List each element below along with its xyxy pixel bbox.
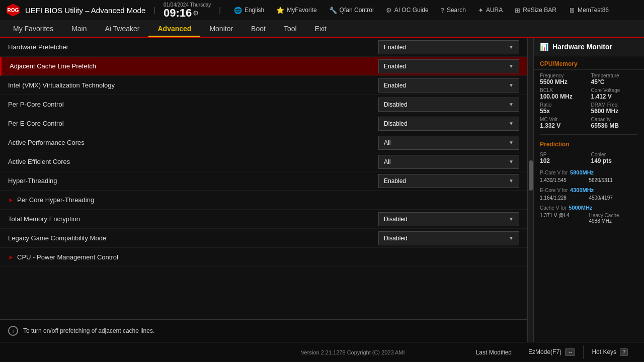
pred-ecore-lh-value: 4500/4197 (589, 195, 638, 201)
nav-search[interactable]: ? Search (436, 5, 471, 16)
pred-ecore-sub-row: 1.164/1.228 4500/4197 (534, 195, 644, 202)
pred-sp-label: SP (540, 152, 587, 157)
tab-main[interactable]: Main (62, 22, 96, 36)
tab-ai-tweaker[interactable]: Ai Tweaker (96, 22, 148, 36)
footer-hotkeys[interactable]: Hot Keys ? (583, 345, 636, 359)
pred-heavy-cache-value: 4988 MHz (589, 218, 638, 224)
scrollbar-thumb[interactable] (529, 160, 533, 191)
dropdown-adjacent-cache[interactable]: Enabled ▼ (378, 59, 519, 73)
nav-aura[interactable]: ✦ AURA (473, 5, 508, 16)
setting-control-hardware-prefetcher: Enabled ▼ (378, 40, 519, 54)
hotkeys-key-badge: ? (620, 348, 628, 356)
nav-myfavorite[interactable]: ⭐ MyFavorite (271, 5, 321, 16)
dropdown-legacy-game[interactable]: Disabled ▼ (378, 231, 519, 245)
header: ROG UEFI BIOS Utility – Advanced Mode | … (0, 0, 644, 38)
nav-resizebar[interactable]: ⊞ ReSize BAR (510, 5, 561, 16)
tab-exit[interactable]: Exit (306, 22, 336, 36)
dropdown-active-perf-cores[interactable]: All ▼ (378, 136, 519, 150)
chevron-down-icon: ▼ (509, 102, 514, 107)
setting-name-cpu-power-mgmt: ➤ CPU - Power Management Control (8, 253, 519, 261)
tab-boot[interactable]: Boot (242, 22, 275, 36)
setting-name-active-perf-cores: Active Performance Cores (8, 139, 378, 146)
hw-corevolt-label: Core Voltage (591, 87, 638, 93)
setting-control-per-p-core: Disabled ▼ (378, 98, 519, 112)
setting-control-active-eff-cores: All ▼ (378, 155, 519, 169)
pred-ecore-row: E-Core V for 4300MHz (534, 184, 644, 195)
pred-cooler-value: 149 pts (591, 157, 638, 164)
setting-row-adjacent-cache[interactable]: Adjacent Cache Line Prefetch Enabled ▼ (0, 57, 527, 76)
hw-capacity-label: Capacity (591, 117, 638, 122)
nav-english[interactable]: 🌐 English (229, 5, 269, 16)
chevron-down-icon: ▼ (509, 44, 514, 50)
setting-row-hyper-threading[interactable]: Hyper-Threading Enabled ▼ (0, 171, 527, 191)
pred-cooler-label: Cooler (591, 152, 638, 157)
hw-monitor-header: 📊 Hardware Monitor (534, 38, 644, 56)
hw-corevolt-value: 1.412 V (591, 93, 638, 100)
dropdown-hyper-threading[interactable]: Enabled ▼ (378, 174, 519, 188)
pred-heavy-cache-label: Heavy Cache (589, 213, 638, 218)
footer-version: Version 2.21.1278 Copyright (C) 2023 AMI (238, 349, 468, 355)
header-nav-items: 🌐 English ⭐ MyFavorite 🔧 Qfan Control ⚙ … (229, 5, 638, 16)
tab-my-favorites[interactable]: My Favorites (4, 22, 62, 36)
chevron-down-icon: ▼ (509, 121, 514, 126)
prediction-title: Prediction (534, 137, 644, 150)
pred-cache-volt-value: 1.371 V @L4 (540, 213, 589, 224)
tab-tool[interactable]: Tool (275, 22, 306, 36)
main-layout: Hardware Prefetcher Enabled ▼ Adjacent C… (0, 38, 644, 342)
setting-row-intel-vmx[interactable]: Intel (VMX) Virtualization Technology En… (0, 76, 527, 95)
info-text: To turn on/off prefetching of adjacent c… (23, 327, 154, 334)
setting-row-per-p-core[interactable]: Per P-Core Control Disabled ▼ (0, 95, 527, 114)
setting-row-active-eff-cores[interactable]: Active Efficient Cores All ▼ (0, 152, 527, 171)
dropdown-per-e-core[interactable]: Disabled ▼ (378, 117, 519, 131)
hw-frequency-pair: Frequency 5500 MHz (540, 73, 587, 85)
setting-control-legacy-game: Disabled ▼ (378, 231, 519, 245)
setting-row-total-mem-enc[interactable]: Total Memory Encryption Disabled ▼ (0, 210, 527, 229)
setting-control-total-mem-enc: Disabled ▼ (378, 212, 519, 226)
dropdown-hardware-prefetcher[interactable]: Enabled ▼ (378, 40, 519, 54)
setting-row-per-e-core[interactable]: Per E-Core Control Disabled ▼ (0, 114, 527, 133)
hw-capacity-pair: Capacity 65536 MB (591, 117, 638, 129)
ai-icon: ⚙ (386, 7, 392, 14)
setting-row-per-core-ht[interactable]: ➤ Per Core Hyper-Threading (0, 191, 527, 210)
setting-row-cpu-power-mgmt[interactable]: ➤ CPU - Power Management Control (0, 248, 527, 267)
setting-name-legacy-game: Legacy Game Compatibility Mode (8, 234, 378, 242)
footer-last-modified[interactable]: Last Modified (468, 346, 520, 359)
chevron-down-icon: ▼ (509, 178, 514, 184)
nav-memtest[interactable]: 🖥 MemTest86 (564, 5, 614, 16)
dropdown-active-eff-cores[interactable]: All ▼ (378, 155, 519, 169)
resize-icon: ⊞ (515, 7, 520, 14)
pred-pcore-freq-value: 5800MHz (570, 169, 594, 175)
setting-name-total-mem-enc: Total Memory Encryption (8, 215, 378, 223)
bios-time: 09:16 (164, 8, 192, 19)
hw-monitor-title: Hardware Monitor (552, 43, 612, 51)
dropdown-total-mem-enc[interactable]: Disabled ▼ (378, 212, 519, 226)
nav-qfan[interactable]: 🔧 Qfan Control (324, 5, 379, 16)
hw-mcvolt-pair: MC Volt. 1.332 V (540, 117, 587, 129)
tab-bar: My Favorites Main Ai Tweaker Advanced Mo… (0, 20, 644, 38)
setting-row-hardware-prefetcher[interactable]: Hardware Prefetcher Enabled ▼ (0, 38, 527, 57)
hw-ratio-value: 55x (540, 108, 587, 115)
time-settings-icon[interactable]: ⚙ (193, 9, 199, 17)
hw-bclk-pair: BCLK 100.00 MHz (540, 87, 587, 100)
tab-monitor[interactable]: Monitor (200, 22, 242, 36)
setting-control-hyper-threading: Enabled ▼ (378, 174, 519, 188)
setting-row-active-perf-cores[interactable]: Active Performance Cores All ▼ (0, 133, 527, 152)
chevron-down-icon: ▼ (509, 82, 514, 88)
pred-pcore-volt-value: 1.430/1.545 (540, 177, 589, 183)
pred-pcore-row: P-Core V for 5800MHz (534, 166, 644, 177)
hw-bclk-value: 100.00 MHz (540, 93, 587, 100)
prediction-grid: SP 102 Cooler 149 pts (534, 150, 644, 166)
tab-advanced[interactable]: Advanced (148, 22, 200, 36)
setting-name-active-eff-cores: Active Efficient Cores (8, 158, 378, 165)
dropdown-intel-vmx[interactable]: Enabled ▼ (378, 78, 519, 93)
setting-row-legacy-game[interactable]: Legacy Game Compatibility Mode Disabled … (0, 229, 527, 248)
footer-ezmode[interactable]: EzMode(F7) ↔ (520, 345, 583, 359)
dropdown-per-p-core[interactable]: Disabled ▼ (378, 98, 519, 112)
pred-pcore-for-label: P-Core V for (540, 170, 568, 175)
info-bar: i To turn on/off prefetching of adjacent… (0, 319, 527, 342)
nav-aioc[interactable]: ⚙ AI OC Guide (381, 5, 434, 16)
header-separator: | (153, 6, 155, 14)
setting-control-adjacent-cache: Enabled ▼ (378, 59, 519, 73)
pred-sp-pair: SP 102 (540, 152, 587, 164)
scrollbar-track[interactable] (527, 38, 533, 342)
